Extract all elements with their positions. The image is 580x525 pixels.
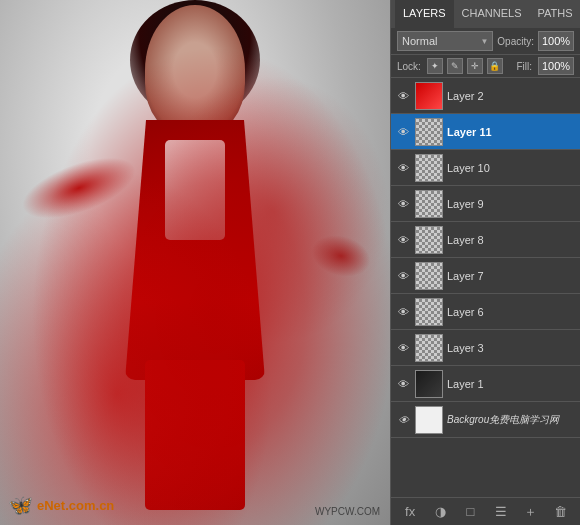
opacity-input[interactable]: 100%: [538, 31, 574, 51]
layer-visibility-layer-10[interactable]: 👁: [395, 160, 411, 176]
layer-item-layer-11[interactable]: 👁Layer 11: [391, 114, 580, 150]
fill-label: Fill:: [516, 61, 532, 72]
layer-name-layer-10: Layer 10: [447, 162, 576, 174]
layer-name-layer-2: Layer 2: [447, 90, 576, 102]
layer-item-layer-10[interactable]: 👁Layer 10: [391, 150, 580, 186]
layer-name-layer-11: Layer 11: [447, 126, 576, 138]
layer-visibility-layer-2[interactable]: 👁: [395, 88, 411, 104]
layer-visibility-layer-9[interactable]: 👁: [395, 196, 411, 212]
layer-name-layer-3: Layer 3: [447, 342, 576, 354]
layer-item-layer-2[interactable]: 👁Layer 2: [391, 78, 580, 114]
watermark: 🦋 eNet.com.cn: [8, 493, 114, 517]
layer-item-layer-6[interactable]: 👁Layer 6: [391, 294, 580, 330]
fill-input[interactable]: 100%: [538, 57, 574, 75]
lock-row: Lock: ✦ ✎ ✛ 🔒 Fill: 100%: [391, 55, 580, 78]
layer-name-layer-7: Layer 7: [447, 270, 576, 282]
layer-visibility-layer-11[interactable]: 👁: [395, 124, 411, 140]
layer-name-layer-8: Layer 8: [447, 234, 576, 246]
lock-all-icon[interactable]: 🔒: [487, 58, 503, 74]
main-container: 🦋 eNet.com.cn WYPCW.COM LAYERS CHANNELS …: [0, 0, 580, 525]
layer-visibility-layer-8[interactable]: 👁: [395, 232, 411, 248]
layer-thumb-layer-11: [415, 118, 443, 146]
layer-thumb-layer-7: [415, 262, 443, 290]
add-layer-button[interactable]: ＋: [521, 502, 541, 522]
add-style-button[interactable]: fx: [400, 502, 420, 522]
layer-item-layer-1[interactable]: 👁Layer 1: [391, 366, 580, 402]
layer-visibility-background[interactable]: 👁: [395, 412, 411, 428]
lock-paint-icon[interactable]: ✎: [447, 58, 463, 74]
add-mask-button[interactable]: ◑: [430, 502, 450, 522]
layer-thumb-layer-9: [415, 190, 443, 218]
layer-name-layer-9: Layer 9: [447, 198, 576, 210]
layer-thumb-layer-8: [415, 226, 443, 254]
add-adjustment-button[interactable]: □: [460, 502, 480, 522]
layer-thumb-layer-1: [415, 370, 443, 398]
layers-list: 👁Layer 2👁Layer 11👁Layer 10👁Layer 9👁Layer…: [391, 78, 580, 497]
lock-move-icon[interactable]: ✛: [467, 58, 483, 74]
layer-item-layer-3[interactable]: 👁Layer 3: [391, 330, 580, 366]
layer-name-background: Backgrou免费电脑学习网: [447, 413, 576, 427]
panel-bottom-bar: fx ◑ □ ☰ ＋ 🗑: [391, 497, 580, 525]
watermark-text: eNet.com.cn: [37, 498, 114, 513]
watermark-site: WYPCW.COM: [315, 506, 380, 517]
layer-visibility-layer-7[interactable]: 👁: [395, 268, 411, 284]
layer-thumb-layer-10: [415, 154, 443, 182]
layer-thumb-layer-6: [415, 298, 443, 326]
layer-visibility-layer-3[interactable]: 👁: [395, 340, 411, 356]
blend-mode-value: Normal: [402, 35, 437, 47]
opacity-label: Opacity:: [497, 36, 534, 47]
blend-mode-arrow: ▼: [480, 37, 488, 46]
layer-item-layer-8[interactable]: 👁Layer 8: [391, 222, 580, 258]
photo-area: 🦋 eNet.com.cn WYPCW.COM: [0, 0, 390, 525]
layer-name-layer-6: Layer 6: [447, 306, 576, 318]
lock-icons: ✦ ✎ ✛ 🔒: [427, 58, 503, 74]
lock-label: Lock:: [397, 61, 421, 72]
layer-thumb-background: [415, 406, 443, 434]
butterfly-icon: 🦋: [8, 493, 33, 517]
blend-mode-row: Normal ▼ Opacity: 100%: [391, 28, 580, 55]
tab-paths[interactable]: PATHS: [530, 0, 581, 28]
layer-item-layer-9[interactable]: 👁Layer 9: [391, 186, 580, 222]
layer-visibility-layer-6[interactable]: 👁: [395, 304, 411, 320]
watermark-domain: Net.com.cn: [44, 498, 114, 513]
delete-layer-button[interactable]: 🗑: [551, 502, 571, 522]
layers-panel: LAYERS CHANNELS PATHS ≡ Normal ▼ Opacity…: [390, 0, 580, 525]
layer-thumb-layer-3: [415, 334, 443, 362]
blend-mode-select[interactable]: Normal ▼: [397, 31, 493, 51]
tab-layers[interactable]: LAYERS: [395, 0, 454, 28]
layer-name-layer-1: Layer 1: [447, 378, 576, 390]
lock-pixel-icon[interactable]: ✦: [427, 58, 443, 74]
add-group-button[interactable]: ☰: [491, 502, 511, 522]
layer-item-background[interactable]: 👁Backgrou免费电脑学习网: [391, 402, 580, 438]
panel-tabs: LAYERS CHANNELS PATHS ≡: [391, 0, 580, 28]
layer-visibility-layer-1[interactable]: 👁: [395, 376, 411, 392]
layer-thumb-layer-2: [415, 82, 443, 110]
layer-item-layer-7[interactable]: 👁Layer 7: [391, 258, 580, 294]
tab-channels[interactable]: CHANNELS: [454, 0, 530, 28]
